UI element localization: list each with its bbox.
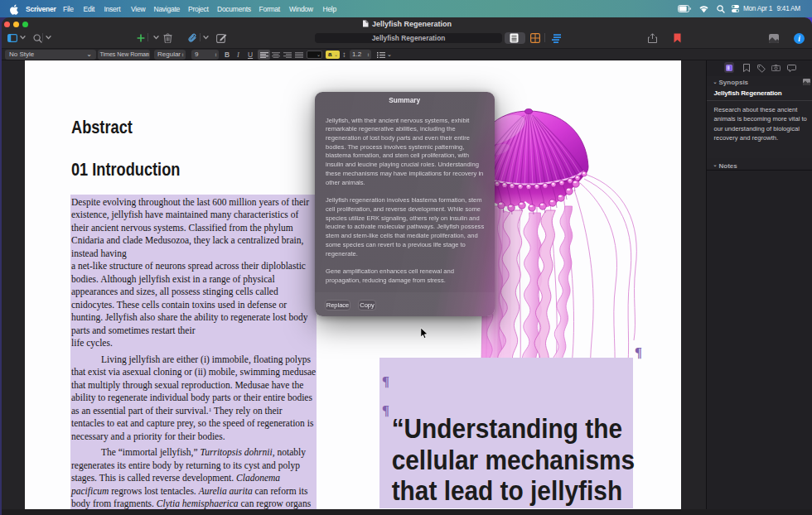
svg-text:i: i	[798, 34, 800, 42]
